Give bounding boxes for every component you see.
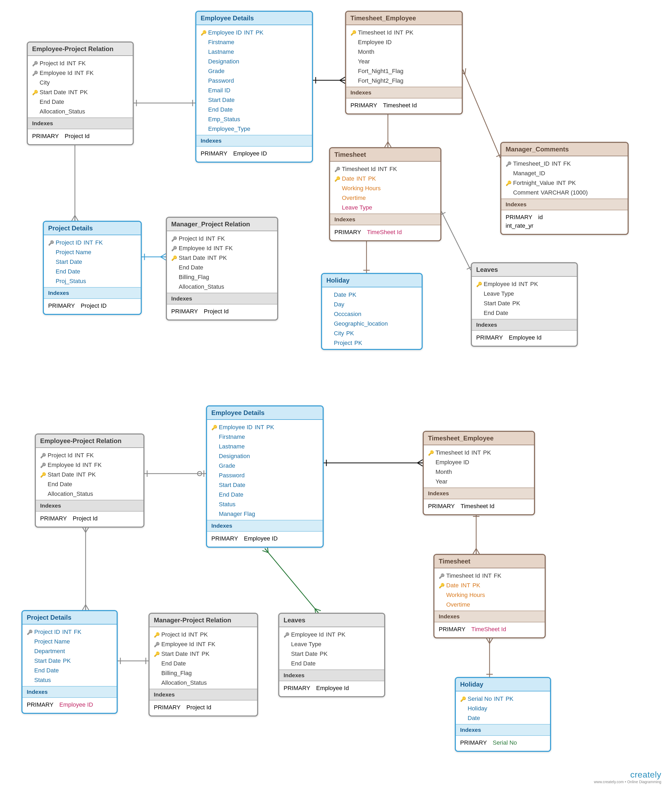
indexes-body: PRIMARYEmployee ID [196,147,312,162]
index-value: Project Id [186,704,211,711]
field-row: Holiday [459,704,547,714]
key-icon [154,641,159,648]
field-row: Start DateINTPK [39,470,140,480]
field-type: INT [206,235,215,242]
index-key: PRIMARY [211,535,238,542]
field-row: DatePK [325,290,418,300]
entity-ts1[interactable]: TimesheetTimesheet IdINTFKDateINTPKWorki… [329,147,442,242]
field-row: Working Hours [333,184,437,193]
field-name: Emp_Status [208,116,240,123]
entity-fields: Timesheet IdINTFKDateINTPKWorking HoursO… [330,162,440,213]
field-name: Occcasion [334,310,362,318]
index-value: Project Id [65,133,90,140]
field-row: Status [26,675,114,685]
field-type: VARCHAR (1000) [541,189,588,196]
entity-mgrc1[interactable]: Manager_CommentsTimesheet_IDINTFKManaget… [500,142,629,235]
index-key: int_rate_yr [506,222,533,229]
field-row: Department [26,646,114,656]
entity-title: Employee-Project Relation [36,435,143,448]
field-keys: PK [200,631,208,638]
entity-hol2[interactable]: HolidaySerial NoINTPKHolidayDateIndexesP… [455,677,551,752]
field-name: Status [34,677,51,684]
key-icon [211,424,217,431]
field-name: Start Date [484,300,510,307]
field-row: Lastname [210,442,319,451]
field-name: Start Date [208,97,235,104]
field-keys: PK [320,650,328,658]
field-row: Project IdINTFK [170,234,274,243]
field-type: INT [461,582,470,589]
field-type: INT [552,160,561,167]
field-row: Employee_Type [200,124,309,134]
entity-fields: DatePKDayOcccasionGeographic_locationCit… [322,287,422,349]
indexes-body: PRIMARYProject ID [44,299,141,314]
entity-pd2[interactable]: Project DetailsProject IDINTFKProject Na… [21,610,118,714]
field-name: Working Hours [342,185,381,192]
field-keys: FK [86,452,94,459]
field-keys: PK [354,339,362,347]
field-name: Lastname [219,443,245,450]
key-icon [506,160,511,167]
field-keys: FK [78,60,86,67]
entity-epr1[interactable]: Employee-Project RelationProject IdINTFK… [27,42,134,145]
field-name: Password [208,77,234,84]
field-row: Date [459,714,547,723]
field-row: Timesheet IdINTFK [333,164,437,174]
index-key: PRIMARY [439,626,466,633]
index-key: PRIMARY [460,739,487,746]
entity-tsemp2[interactable]: Timesheet_EmployeeTimesheet IdINTPKEmplo… [423,431,535,515]
entity-pd1[interactable]: Project DetailsProject IDINTFKProject Na… [43,221,142,315]
connector [442,211,471,270]
field-row: Start Date [200,95,309,105]
entity-lv1[interactable]: LeavesEmployee IdINTPKLeave TypeStart Da… [471,262,578,347]
field-keys: FK [494,572,501,579]
indexes-header: Indexes [150,689,257,701]
connector [463,70,500,158]
field-keys: PK [530,281,538,288]
field-name: End Date [161,660,186,667]
entity-emp1[interactable]: Employee DetailsEmployee IDINTPKFirstnam… [195,11,313,163]
field-row: Year [349,57,459,66]
field-row: Firstname [210,432,319,442]
field-row: CityPK [325,329,418,338]
field-keys: PK [512,300,520,307]
field-row: Password [210,470,319,480]
field-name: Fort_Night1_Flag [358,68,403,75]
field-row: Password [200,76,309,86]
entity-title: Manager_Project Relation [167,218,277,231]
entity-lv2[interactable]: LeavesEmployee IdINTPKLeave TypeStart Da… [278,613,385,697]
entity-mpr1[interactable]: Manager_Project RelationProject IdINTFKE… [166,217,278,320]
entity-emp2[interactable]: Employee DetailsEmployee IDINTPKFirstnam… [206,405,324,548]
indexes-header: Indexes [472,319,577,331]
field-name: Year [358,58,370,65]
entity-fields: Employee IDINTPKFirstnameLastnameDesigna… [207,420,323,520]
entity-hol1[interactable]: HolidayDatePKDayOcccasionGeographic_loca… [321,273,423,350]
footer-logo: creately www.creately.com • Online Diagr… [594,770,661,784]
field-name: Date [467,715,480,722]
entity-title: Project Details [44,222,141,235]
field-name: Year [435,478,447,485]
indexes-header: Indexes [456,724,550,736]
entity-mpr2[interactable]: Manager-Project RelationProject IdINTPKE… [149,613,258,717]
field-name: Project Name [56,249,91,256]
field-row: Timesheet IdINTPK [349,28,459,37]
index-key: PRIMARY [48,302,75,309]
field-keys: PK [568,179,576,187]
index-row: PRIMARYTimeSheet Id [334,228,436,237]
entity-tsemp1[interactable]: Timesheet_EmployeeTimesheet IdINTPKEmplo… [345,11,463,115]
entity-title: Leaves [279,614,384,627]
field-keys: PK [472,582,480,589]
field-name: Timesheet_ID [513,160,549,167]
field-name: Day [334,301,344,308]
entity-ts2[interactable]: TimesheetTimesheet IdINTFKDateINTPKWorki… [434,554,546,638]
field-name: Department [34,648,65,655]
field-name: Holiday [467,705,487,712]
field-row: Project IDINTFK [26,627,114,637]
field-keys: FK [389,166,397,173]
field-row: Leave Type [283,640,381,649]
entity-epr2[interactable]: Employee-Project RelationProject IdINTFK… [35,434,144,528]
field-name: Allocation_Status [179,283,224,290]
field-keys: PK [219,254,227,261]
key-icon [439,572,444,579]
field-row: Allocation_Status [39,489,140,499]
